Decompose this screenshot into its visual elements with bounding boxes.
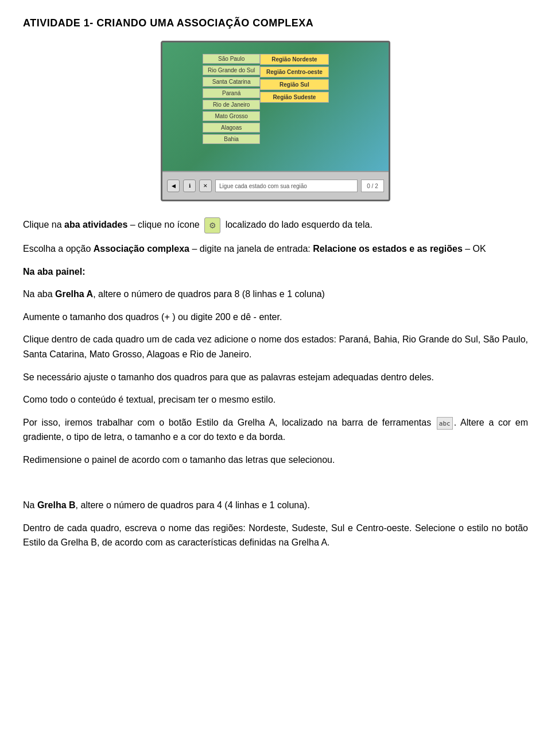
toolbar-bar: ◀ ℹ ✕ Ligue cada estado com sua região 0… [162, 171, 389, 200]
region-centro-oeste: Região Centro-oeste [260, 67, 329, 77]
state-rio-grande: Rio Grande do Sul [203, 65, 260, 75]
state-rio-janeiro: Rio de Janeiro [203, 100, 260, 110]
state-santa-catarina: Santa Catarina [203, 77, 260, 87]
content-body: Clique na aba atividades – clique no íco… [23, 217, 528, 550]
paragraph-3-painel: Na aba painel: [23, 264, 528, 279]
activity-icon [204, 217, 220, 233]
toolbar-btn-info: ℹ [183, 180, 196, 192]
paragraph-spacer [23, 476, 528, 490]
bold-grelha-b: Grelha B [37, 500, 76, 510]
screenshot-frame: São Paulo Rio Grande do Sul Santa Catari… [161, 41, 390, 201]
bold-relacione-estados: Relacione os estados e as regiões [313, 244, 463, 254]
toolbar-btn-left: ◀ [167, 180, 180, 192]
page-title: ATIVIDADE 1- CRIANDO UMA ASSOCIAÇÃO COMP… [23, 17, 528, 29]
regions-column: Região Nordeste Região Centro-oeste Regi… [260, 54, 329, 103]
bold-grelha-a: Grelha A [55, 289, 93, 299]
bold-na-aba-painel: Na aba painel: [23, 267, 85, 276]
paragraph-4-grelha-a: Na aba Grelha A, altere o número de quad… [23, 287, 528, 302]
toolbar-instruction-label: Ligue cada estado com sua região [215, 180, 358, 192]
region-sudeste: Região Sudeste [260, 92, 329, 103]
abc-icon: abc [437, 417, 453, 430]
paragraph-11-grelha-b: Na Grelha B, altere o número de quadros … [23, 498, 528, 513]
state-alagoas: Alagoas [203, 123, 260, 133]
states-column: São Paulo Rio Grande do Sul Santa Catari… [203, 54, 260, 144]
paragraph-9-estilo: Por isso, iremos trabalhar com o botão E… [23, 415, 528, 445]
toolbar-btn-exit: ✕ [199, 180, 212, 192]
paragraph-8-conteudo: Como todo o conteúdo é textual, precisam… [23, 392, 528, 407]
screenshot-container: São Paulo Rio Grande do Sul Santa Catari… [23, 41, 528, 201]
state-sao-paulo: São Paulo [203, 54, 260, 64]
state-mato-grosso: Mato Grosso [203, 111, 260, 121]
region-sul: Região Sul [260, 79, 329, 90]
paragraph-12-regioes: Dentro de cada quadro, escreva o nome da… [23, 521, 528, 550]
region-nordeste: Região Nordeste [260, 54, 329, 65]
paragraph-7-ajuste: Se necessário ajuste o tamanho dos quadr… [23, 370, 528, 385]
state-bahia: Bahia [203, 134, 260, 144]
state-parana: Paraná [203, 88, 260, 98]
screenshot-inner: São Paulo Rio Grande do Sul Santa Catari… [168, 48, 383, 174]
paragraph-1: Clique na aba atividades – clique no íco… [23, 217, 528, 233]
paragraph-10-redimensione: Redimensione o painel de acordo com o ta… [23, 453, 528, 467]
bold-associacao-complexa: Associação complexa [94, 244, 189, 254]
toolbar-score: 0 / 2 [361, 180, 384, 192]
paragraph-5-tamanho: Aumente o tamanho dos quadros (+ ) ou di… [23, 310, 528, 325]
paragraph-6-estados: Clique dentro de cada quadro um de cada … [23, 332, 528, 361]
paragraph-2: Escolha a opção Associação complexa – di… [23, 241, 528, 256]
bold-aba-atividades: aba atividades [64, 220, 127, 229]
